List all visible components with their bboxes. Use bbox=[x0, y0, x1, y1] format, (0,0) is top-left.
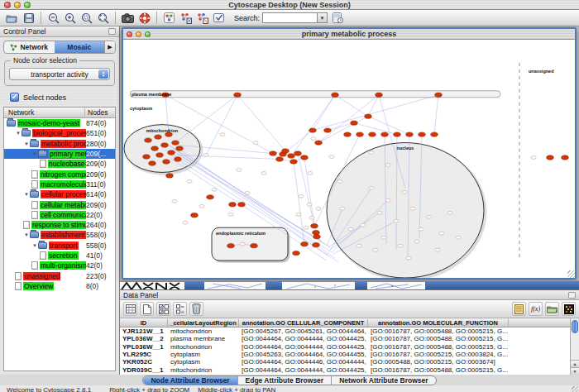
tree-row[interactable]: mosaic-demo-yeast874(0) bbox=[4, 118, 115, 128]
tree-row[interactable]: ▼establishment of lo558(0) bbox=[4, 230, 115, 240]
network-edge[interactable] bbox=[175, 95, 237, 143]
tree-row[interactable]: unassigned223(0) bbox=[4, 270, 115, 280]
table-cell[interactable]: [GO:0045267, GO:0045261, GO:0044464, G..… bbox=[239, 327, 368, 335]
table-cell[interactable]: mitochondrion bbox=[168, 366, 239, 374]
expander-arrow-icon[interactable]: ▼ bbox=[23, 141, 30, 146]
tree-row[interactable]: ▼cellular process614(0) bbox=[4, 189, 115, 199]
delete-attribute-trash-icon[interactable] bbox=[189, 302, 203, 316]
network-node-selected[interactable] bbox=[176, 146, 184, 151]
network-node[interactable] bbox=[427, 215, 432, 218]
network-node-selected[interactable] bbox=[313, 242, 320, 246]
scroll-down-icon[interactable]: ▼ bbox=[571, 367, 579, 375]
network-edge[interactable] bbox=[291, 95, 335, 156]
network-node[interactable] bbox=[199, 204, 204, 208]
network-node-selected[interactable] bbox=[227, 243, 235, 247]
table-cell[interactable]: [GO:0005488, GO:0005215, GO:0003674] bbox=[368, 358, 509, 366]
tree-row-label[interactable]: cell communicat bbox=[40, 211, 86, 219]
zoom-in-icon[interactable] bbox=[62, 11, 78, 26]
table-row[interactable]: YKR052Ccytoplasm[GO:0044464, GO:0044446,… bbox=[120, 358, 570, 366]
network-node[interactable] bbox=[394, 219, 399, 222]
tab-mosaic[interactable]: Mosaic bbox=[55, 41, 105, 53]
network-node-selected[interactable] bbox=[369, 132, 376, 136]
tab-node-attribute-browser[interactable]: Node Attribute Browser bbox=[143, 376, 237, 385]
table-cell[interactable]: YJR121W__1 bbox=[120, 327, 168, 335]
table-cell[interactable]: plasma membrane bbox=[168, 335, 239, 342]
function-builder-icon[interactable]: f(x) bbox=[529, 302, 543, 316]
table-row[interactable]: YJR121W__1mitochondrion[GO:0045267, GO:0… bbox=[120, 327, 570, 335]
float-panel-icon[interactable] bbox=[108, 28, 116, 35]
tree-row[interactable]: nitrogen compo209(0) bbox=[4, 169, 115, 179]
network-node[interactable] bbox=[340, 207, 345, 210]
network-node-selected[interactable] bbox=[313, 234, 321, 238]
tree-row-label[interactable]: Overview bbox=[23, 282, 54, 290]
window-resize-grip-icon[interactable] bbox=[572, 386, 578, 392]
network-node-selected[interactable] bbox=[156, 153, 164, 157]
network-node[interactable] bbox=[419, 227, 423, 231]
network-node[interactable] bbox=[402, 190, 407, 194]
network-node[interactable] bbox=[337, 180, 342, 184]
network-node[interactable] bbox=[183, 221, 188, 224]
network-node[interactable] bbox=[373, 248, 378, 251]
network-node-selected[interactable] bbox=[293, 251, 300, 255]
network-node[interactable] bbox=[361, 223, 366, 227]
network-canvas[interactable]: plasma membranecytoplasmmitochondrionnuc… bbox=[123, 40, 575, 278]
tree-row[interactable]: cell communicat22(0) bbox=[4, 210, 115, 220]
expander-arrow-icon[interactable]: ▼ bbox=[23, 192, 30, 197]
select-attributes-icon[interactable] bbox=[156, 302, 170, 316]
import-attributes-folder-icon[interactable] bbox=[545, 302, 559, 316]
network-node[interactable] bbox=[531, 156, 536, 160]
network-node-selected[interactable] bbox=[431, 132, 438, 136]
network-node-selected[interactable] bbox=[290, 160, 298, 164]
table-cell[interactable]: [GO:0016787, GO:0005488, GO:0005215, G..… bbox=[368, 335, 509, 342]
tree-row[interactable]: ▼biological_process651(0) bbox=[4, 128, 115, 138]
network-node-selected[interactable] bbox=[175, 157, 182, 161]
network-node[interactable] bbox=[316, 207, 321, 210]
network-node[interactable] bbox=[410, 207, 415, 210]
table-cell[interactable]: cytoplasm bbox=[168, 358, 239, 366]
tree-row-label[interactable]: cellular process bbox=[41, 190, 86, 198]
tab-edge-attribute-browser[interactable]: Edge Attribute Browser bbox=[238, 376, 333, 385]
tree-row[interactable]: ▼primary metabo209(... bbox=[4, 149, 115, 159]
network-node-selected[interactable] bbox=[166, 174, 174, 178]
network-edge[interactable] bbox=[206, 95, 237, 155]
tree-row-label[interactable]: unassigned bbox=[23, 272, 60, 280]
tree-row-label[interactable]: biological_process bbox=[32, 129, 86, 137]
network-node[interactable] bbox=[311, 137, 316, 141]
network-node-selected[interactable] bbox=[311, 224, 318, 228]
camera-snapshot-icon[interactable] bbox=[120, 11, 136, 26]
tree-row-label[interactable]: secretion bbox=[48, 251, 79, 260]
table-row[interactable]: YPL036W__1mitochondrion[GO:0044464, GO:0… bbox=[120, 343, 570, 351]
table-row[interactable]: YPL036W__2plasma membrane[GO:0044464, GO… bbox=[120, 335, 570, 342]
network-node[interactable] bbox=[296, 213, 301, 216]
network-node-selected[interactable] bbox=[376, 93, 383, 97]
float-data-panel-icon[interactable] bbox=[568, 292, 576, 299]
select-nodes-checkbox[interactable]: ✓ bbox=[10, 93, 19, 102]
table-cell[interactable]: [GO:0016787, GO:0005488, GO:0005215, G..… bbox=[368, 327, 509, 335]
network-edge[interactable] bbox=[335, 95, 368, 117]
network-node-selected[interactable] bbox=[301, 241, 309, 246]
network-edge[interactable] bbox=[328, 123, 354, 131]
network-node-selected[interactable] bbox=[351, 121, 358, 125]
network-node[interactable] bbox=[348, 227, 353, 231]
table-cell[interactable]: YKR052C bbox=[120, 358, 168, 366]
tree-row[interactable]: cellular metabol209(0) bbox=[4, 199, 115, 209]
table-cell[interactable]: [GO:0016787, GO:0005488, GO:0005215, G..… bbox=[368, 343, 509, 351]
zoom-out-icon[interactable] bbox=[45, 11, 61, 26]
network-node[interactable] bbox=[304, 226, 309, 229]
network-node[interactable] bbox=[377, 211, 382, 214]
life-ring-help-icon[interactable] bbox=[136, 11, 152, 26]
network-node[interactable] bbox=[245, 191, 250, 194]
table-scrollbar[interactable]: ▲ ▼ bbox=[570, 318, 579, 375]
network-node[interactable] bbox=[356, 244, 361, 247]
network-node[interactable] bbox=[187, 180, 192, 184]
column-header[interactable]: _cellularLayoutRegion bbox=[168, 319, 239, 327]
hide-selected-red-icon[interactable] bbox=[178, 11, 194, 26]
vizmapper-network-icon[interactable] bbox=[161, 11, 177, 26]
network-node-selected[interactable] bbox=[149, 161, 156, 165]
network-node[interactable] bbox=[329, 155, 334, 159]
network-node-selected[interactable] bbox=[547, 155, 554, 160]
tree-row[interactable]: ▼transport558(0) bbox=[4, 241, 115, 251]
network-node-selected[interactable] bbox=[270, 151, 277, 155]
network-edge[interactable] bbox=[304, 158, 314, 227]
network-node[interactable] bbox=[212, 188, 217, 191]
